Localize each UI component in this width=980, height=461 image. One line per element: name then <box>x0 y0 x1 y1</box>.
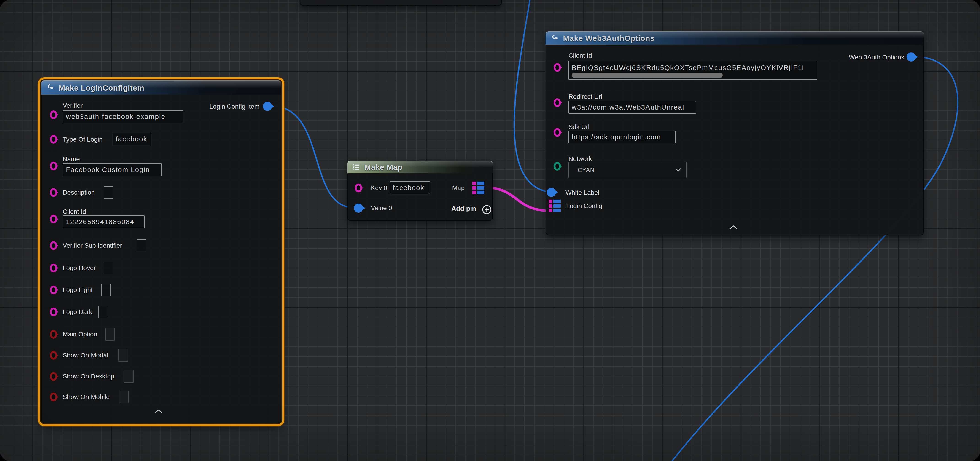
plus-circle-icon <box>482 204 492 215</box>
input-pin-main-option[interactable] <box>50 330 57 339</box>
input-pin-redirect-url[interactable] <box>554 99 561 107</box>
key-0-input[interactable]: facebook <box>390 181 430 194</box>
pin-label-client-id: Client Id <box>568 52 592 59</box>
pin-label-client-id: Client Id <box>63 208 86 215</box>
output-pin-label: Login Config Item <box>210 103 259 110</box>
pin-label-type-of-login: Type Of Login <box>63 136 102 143</box>
input-pin-show-on-modal[interactable] <box>50 351 57 360</box>
network-selected-value: CYAN <box>578 167 595 173</box>
output-pin-label: Web 3Auth Options <box>849 54 904 61</box>
node-title: Make Map <box>364 163 402 172</box>
show-on-modal-checkbox[interactable] <box>118 349 128 362</box>
show-on-desktop-checkbox[interactable] <box>124 370 134 383</box>
input-pin-show-on-mobile[interactable] <box>50 393 57 401</box>
show-on-mobile-checkbox[interactable] <box>119 391 129 403</box>
input-pin-white-label[interactable] <box>547 188 556 197</box>
pin-label-show-on-desktop: Show On Desktop <box>63 373 115 380</box>
pin-label-logo-light: Logo Light <box>63 286 93 294</box>
node-make-web3authoptions[interactable]: Make Web3AuthOptions Web 3Auth Options C… <box>546 31 924 235</box>
input-pin-logo-light[interactable] <box>50 286 57 294</box>
main-option-checkbox[interactable] <box>105 328 115 341</box>
pin-label-login-config: Login Config <box>566 202 602 210</box>
wire-offscreen-top-to-white-label[interactable] <box>514 0 549 192</box>
add-pin-icon[interactable] <box>482 204 492 216</box>
input-pin-network[interactable] <box>554 162 561 170</box>
client-id-input[interactable]: BEglQSgt4cUWcj6SKRdu5QkOXTsePmMcusG5EAoy… <box>568 60 817 80</box>
node-title: Make LoginConfigItem <box>59 83 144 92</box>
pin-label-show-on-modal: Show On Modal <box>63 352 108 359</box>
logo-dark-input[interactable] <box>99 305 108 318</box>
node-header[interactable]: Make Map <box>347 161 493 173</box>
pin-label-redirect-url: Redirect Url <box>568 93 602 100</box>
name-input[interactable]: Facebook Custom Login <box>63 163 162 176</box>
input-pin-description[interactable] <box>50 188 57 197</box>
input-pin-logo-dark[interactable] <box>50 308 57 316</box>
pin-label-name: Name <box>63 156 80 163</box>
client-id-scrollbar[interactable] <box>572 73 723 78</box>
pin-label-show-on-mobile: Show On Mobile <box>63 393 110 401</box>
output-pin-label-map: Map <box>430 184 465 192</box>
pin-label-verifier-sub-identifier: Verifier Sub Identifier <box>63 242 122 249</box>
make-struct-icon <box>550 33 559 43</box>
chevron-down-icon <box>675 168 681 172</box>
chevron-up-icon <box>154 409 163 414</box>
pin-label-logo-hover: Logo Hover <box>63 264 96 272</box>
output-pin-web3auth-options[interactable] <box>907 52 916 62</box>
pin-label-description: Description <box>63 189 95 196</box>
logo-light-input[interactable] <box>101 283 111 296</box>
pin-label-logo-dark: Logo Dark <box>63 308 92 316</box>
input-pin-sdk-url[interactable] <box>554 128 561 137</box>
network-dropdown[interactable]: CYAN <box>568 162 687 178</box>
sdk-url-input[interactable]: https://sdk.openlogin.com <box>568 130 676 143</box>
pin-label-main-option: Main Option <box>63 331 97 338</box>
input-pin-client-id[interactable] <box>50 215 57 223</box>
node-make-map[interactable]: Make Map Key 0 facebook Map Value 0 Add … <box>347 161 493 221</box>
pin-label-verifier: Verifier <box>63 102 83 109</box>
output-pin-login-config-item[interactable] <box>263 102 272 111</box>
pin-label-sdk-url: Sdk Url <box>568 123 590 130</box>
output-pin-map[interactable] <box>473 181 484 194</box>
input-pin-logo-hover[interactable] <box>50 264 57 272</box>
input-pin-show-on-desktop[interactable] <box>50 372 57 381</box>
type-of-login-input[interactable]: facebook <box>113 133 151 145</box>
add-pin-button[interactable]: Add pin <box>435 205 476 213</box>
input-pin-type-of-login[interactable] <box>50 135 57 144</box>
pin-label-value-0: Value 0 <box>371 204 392 212</box>
client-id-input[interactable]: 1222658941886084 <box>63 215 145 228</box>
node-make-loginconfigitem[interactable]: Make LoginConfigItem Login Config Item V… <box>41 81 281 423</box>
node-title: Make Web3AuthOptions <box>563 34 654 43</box>
chevron-up-icon <box>729 225 738 230</box>
input-pin-login-config[interactable] <box>549 200 561 212</box>
make-map-icon <box>352 163 361 172</box>
redirect-url-input[interactable]: w3a://com.w3a.Web3AuthUnreal <box>568 101 696 114</box>
wire-map-to-login-config[interactable] <box>486 187 549 211</box>
wire-login-config-item-to-value-0[interactable] <box>272 106 354 208</box>
collapse-node-button[interactable] <box>729 225 738 231</box>
pin-label-white-label: White Label <box>565 189 599 196</box>
collapse-node-button[interactable] <box>154 409 163 415</box>
input-pin-verifier-sub-identifier[interactable] <box>50 241 57 250</box>
verifier-input[interactable]: web3auth-facebook-example <box>63 110 183 123</box>
input-pin-value-0[interactable] <box>354 203 363 213</box>
blueprint-canvas[interactable]: Make LoginConfigItem Login Config Item V… <box>0 0 980 461</box>
description-input[interactable] <box>104 186 113 199</box>
client-id-text: BEglQSgt4cUWcj6SKRdu5QkOXTsePmMcusG5EAoy… <box>572 64 804 72</box>
node-header[interactable]: Make LoginConfigItem <box>41 81 281 95</box>
node-header[interactable]: Make Web3AuthOptions <box>546 31 924 45</box>
input-pin-name[interactable] <box>50 162 57 170</box>
offscreen-node-fragment[interactable] <box>300 0 502 6</box>
input-pin-client-id[interactable] <box>554 63 561 72</box>
logo-hover-input[interactable] <box>104 262 113 274</box>
make-struct-icon <box>45 83 55 93</box>
input-pin-key-0[interactable] <box>355 184 362 192</box>
input-pin-verifier[interactable] <box>50 110 57 119</box>
verifier-sub-identifier-input[interactable] <box>137 239 146 252</box>
pin-label-key-0: Key 0 <box>371 184 387 192</box>
